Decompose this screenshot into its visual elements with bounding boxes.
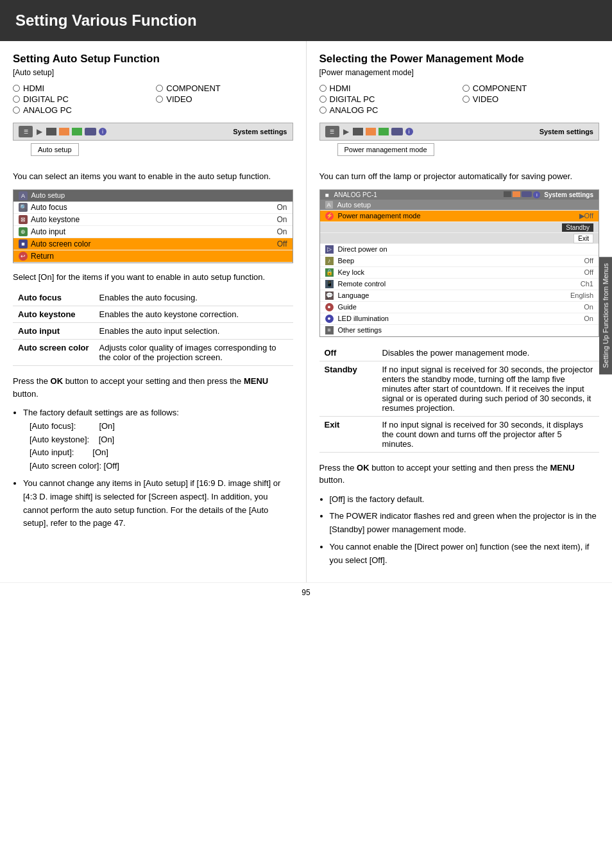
lang-icon: 💬 [325, 291, 334, 300]
radio-digitalpc [13, 96, 20, 103]
desc-autokeystone: Enables the auto keystone correction. [94, 306, 293, 323]
tab-icon-3 [72, 128, 82, 135]
term-autokeystone: Auto keystone [13, 306, 94, 323]
right-nav-diagram: ☰ ▶ i System settings Power management m… [319, 123, 600, 162]
table-row-autoscreencolor: Auto screen color Adjusts color quality … [13, 340, 293, 366]
remote-icon: 📱 [325, 280, 334, 288]
right-bullet-default: [Off] is the factory default. [330, 493, 600, 507]
left-desc2: Select [On] for the items if you want to… [13, 271, 293, 284]
right-input-component: COMPONENT [463, 83, 599, 93]
tab-icon-2 [59, 128, 69, 135]
desc-exit: If no input signal is received for 30 se… [377, 416, 600, 452]
right-input-hdmi: HDMI [319, 83, 456, 93]
osd-right-autosetup: A Auto setup [320, 200, 599, 211]
table-row-autoinput: Auto input Enables the auto input select… [13, 323, 293, 340]
osd-return-icon: ↩ [19, 252, 28, 261]
right-bullet-indicator: The POWER indicator flashes red and gree… [330, 510, 600, 537]
side-label: Setting Up Functions from Menus [599, 257, 612, 374]
tab-icon-5: i [99, 128, 106, 135]
left-desc1: You can select an items you want to enab… [13, 170, 293, 183]
right-tab-5: i [405, 128, 413, 135]
osd-title-icon: A [19, 191, 28, 200]
mode-row-standby: Standby If no input signal is received f… [319, 361, 600, 416]
mode-row-exit: Exit If no input signal is received for … [319, 416, 600, 452]
right-column: Selecting the Power Management Mode [Pow… [307, 41, 613, 582]
desc-autofocus: Enables the auto focusing. [94, 290, 293, 306]
radio-hdmi [13, 85, 20, 92]
osd-right-led: ● LED illumination On [320, 313, 599, 325]
right-tab-4 [391, 128, 403, 135]
right-radio-video [463, 96, 470, 103]
menu-label: MENU [244, 376, 268, 386]
right-tab-3 [378, 128, 389, 135]
right-radio-component [463, 85, 470, 92]
nav-arrow: ▶ [37, 127, 42, 136]
input-option-analogpc: ANALOG PC [13, 105, 149, 115]
right-nav-sys-label: System settings [416, 128, 594, 135]
tab-icon-4 [85, 128, 96, 135]
left-nav-sublabel: Auto setup [31, 143, 79, 156]
term-autoscreencolor: Auto screen color [13, 340, 94, 366]
left-bullets: The factory default settings are as foll… [23, 406, 293, 530]
other-icon: ≡ [325, 326, 334, 334]
left-ok-instruction: Press the OK button to accept your setti… [13, 375, 293, 400]
page-header: Setting Various Function [0, 0, 612, 41]
right-osd-menu: ■ ANALOG PC-1 i System settings A Auto s… [319, 189, 600, 337]
right-input-digitalpc: DIGITAL PC [319, 94, 456, 104]
desc-standby: If no input signal is received for 30 se… [377, 361, 600, 416]
right-tab-1 [353, 128, 363, 135]
right-desc1: You can turn off the lamp or projector a… [319, 170, 600, 183]
osd-focus-icon: 🔍 [19, 203, 28, 212]
table-row-autokeystone: Auto keystone Enables the auto keystone … [13, 306, 293, 323]
right-radio-analogpc [319, 107, 327, 114]
mode-row-off: Off Disables the power management mode. [319, 345, 600, 361]
osd-left-title: A Auto setup [13, 190, 293, 202]
tab-icon-1 [46, 128, 56, 135]
left-nav-diagram: ☰ ▶ i System settings Auto setup [13, 123, 293, 162]
right-nav-sublabel: Power management mode [337, 143, 434, 156]
desc-autoinput: Enables the auto input selection. [94, 323, 293, 340]
left-osd-menu: A Auto setup 🔍 Auto focus On ⊠ Auto keys… [13, 189, 293, 263]
input-option-digitalpc: DIGITAL PC [13, 94, 149, 104]
led-icon: ● [325, 315, 334, 323]
term-standby: Standby [319, 361, 377, 416]
direct-icon: ▷ [325, 245, 334, 254]
input-option-video: VIDEO [156, 94, 293, 104]
keylock-icon: 🔒 [325, 268, 334, 277]
menu-main-icon: ☰ [19, 126, 33, 137]
osd-row-autoscreencolor: ■ Auto screen color Off [13, 238, 293, 250]
osd-right-exit-row: Exit [320, 233, 599, 244]
term-off: Off [319, 345, 377, 361]
osd-right-header: ■ ANALOG PC-1 i System settings [320, 190, 599, 200]
right-bullet-directpow: You cannot enable the [Direct power on] … [330, 541, 600, 568]
term-autofocus: Auto focus [13, 290, 94, 306]
bullet-defaults: The factory default settings are as foll… [23, 406, 293, 473]
osd-right-powermgmt: ⚡ Power management mode ▶Off [320, 211, 599, 222]
right-section-subtitle: [Power management mode] [319, 68, 600, 77]
input-option-hdmi: HDMI [13, 83, 149, 93]
right-menu-label: MENU [550, 463, 574, 473]
input-option-component: COMPONENT [156, 83, 293, 93]
right-section-title: Selecting the Power Management Mode [319, 53, 600, 65]
osd-right-other: ≡ Other settings [320, 325, 599, 336]
radio-analogpc [13, 107, 20, 114]
osd-row-autoinput: ⊕ Auto input On [13, 226, 293, 238]
pwr-icon: ⚡ [325, 212, 334, 220]
radio-component [156, 85, 163, 92]
page-number: 95 [0, 582, 612, 602]
left-input-options: HDMI COMPONENT DIGITAL PC VIDEO ANALOG P… [13, 83, 293, 115]
right-input-options: HDMI COMPONENT DIGITAL PC VIDEO ANALOG P… [319, 83, 600, 115]
right-mode-table: Off Disables the power management mode. … [319, 345, 600, 453]
standby-value: Standby [562, 223, 593, 232]
right-bullets: [Off] is the factory default. The POWER … [330, 493, 600, 568]
osd-row-autokeystone: ⊠ Auto keystone On [13, 214, 293, 226]
beep-icon: ♪ [325, 257, 334, 265]
osd-screen-icon: ■ [19, 239, 28, 248]
page-title: Setting Various Function [15, 12, 197, 29]
osd-right-pc-label: ANALOG PC-1 [334, 191, 377, 198]
left-section-subtitle: [Auto setup] [13, 68, 293, 77]
bullet-cannot-change: You cannot change any items in [Auto set… [23, 477, 293, 530]
ok-label: OK [51, 376, 64, 386]
osd-right-directpow: ▷ Direct power on [320, 244, 599, 256]
osd-right-keylock: 🔒 Key lock Off [320, 267, 599, 279]
